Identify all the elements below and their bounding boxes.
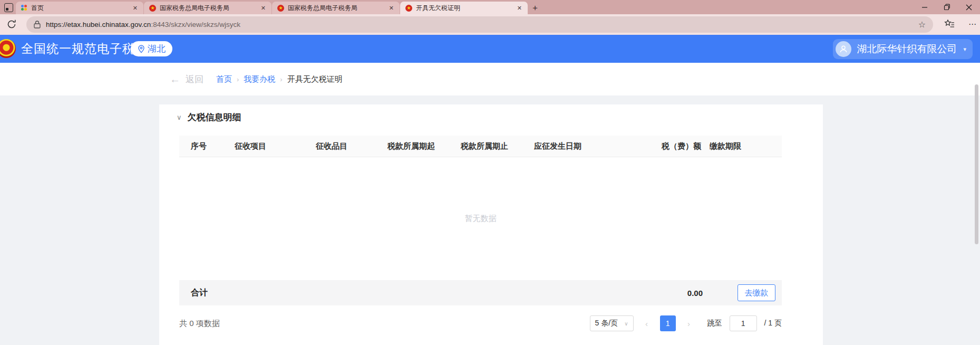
emblem-favicon: ★ <box>405 5 412 12</box>
section-title: 欠税信息明细 <box>188 111 241 123</box>
total-value: 0.00 <box>687 280 703 305</box>
url-path-text: :8443/skzx/view/skzs/wjsyck <box>151 21 240 28</box>
location-pin-icon <box>138 45 145 53</box>
go-pay-button[interactable]: 去缴款 <box>738 284 775 301</box>
url-address-field[interactable]: https://etax.hubei.chinatax.gov.cn:8443/… <box>26 16 933 33</box>
collapse-chevron-icon[interactable]: ∨ <box>177 113 182 121</box>
back-button[interactable]: ← 返回 <box>170 63 203 95</box>
content-card: ∨ 欠税信息明细 序号 征收项目 征收品目 税款所属期起 税款所属期止 应征发生… <box>159 104 823 345</box>
emblem-favicon: ★ <box>149 5 156 12</box>
collections-icon[interactable] <box>944 18 956 31</box>
restore-button[interactable] <box>936 0 958 14</box>
next-page-button[interactable]: › <box>683 315 695 331</box>
minimize-button[interactable] <box>914 0 936 14</box>
prev-page-button[interactable]: ‹ <box>641 315 653 331</box>
vertical-scrollbar[interactable] <box>975 84 978 244</box>
empty-state-text: 暂无数据 <box>465 214 497 224</box>
lock-icon <box>34 21 41 28</box>
tab-close-icon[interactable]: ✕ <box>259 5 267 12</box>
breadcrumb-tax-link[interactable]: 我要办税 <box>244 74 275 84</box>
table-body: 暂无数据 <box>179 157 782 280</box>
tab-title: 开具无欠税证明 <box>416 4 512 13</box>
breadcrumb-row: ← 返回 首页 › 我要办税 › 开具无欠税证明 <box>0 63 980 95</box>
refresh-button[interactable] <box>6 19 18 31</box>
col-occur-date: 应征发生日期 <box>534 136 581 157</box>
col-seq: 序号 <box>191 136 207 157</box>
col-deadline: 缴款期限 <box>710 136 741 157</box>
table-header-row: 序号 征收项目 征收品目 税款所属期起 税款所属期止 应征发生日期 税（费）额 … <box>179 136 782 157</box>
avatar-icon <box>836 41 851 57</box>
browser-tab-etax-2[interactable]: ★ 国家税务总局电子税务局 ✕ <box>272 2 400 14</box>
tab-close-icon[interactable]: ✕ <box>131 5 139 12</box>
tab-title: 首页 <box>31 4 128 13</box>
bookmark-star-icon[interactable]: ☆ <box>918 20 926 30</box>
col-tax-item: 征收项目 <box>235 136 266 157</box>
browser-url-bar: https://etax.hubei.chinatax.gov.cn:8443/… <box>0 14 980 35</box>
back-arrow-icon: ← <box>170 73 180 85</box>
national-emblem-logo <box>0 39 16 58</box>
tab-close-icon[interactable]: ✕ <box>387 5 395 12</box>
region-badge[interactable]: 湖北 <box>131 41 172 56</box>
pagination-bar: 共 0 项数据 5 条/页 ∨ ‹ 1 › 跳至 / 1 页 <box>179 315 782 332</box>
page-background: ∨ 欠税信息明细 序号 征收项目 征收品目 税款所属期起 税款所属期止 应征发生… <box>0 95 980 345</box>
section-header: ∨ 欠税信息明细 <box>177 110 241 124</box>
total-count-text: 共 0 项数据 <box>179 319 220 329</box>
col-amount: 税（费）额 <box>662 136 701 157</box>
account-menu[interactable]: 湖北际华针织有限公司 ▾ <box>833 39 973 59</box>
browser-tab-home[interactable]: 首页 ✕ <box>16 2 143 14</box>
jump-page-input[interactable] <box>730 315 757 331</box>
url-host-text: https://etax.hubei.chinatax.gov.cn <box>46 21 151 28</box>
back-label: 返回 <box>186 73 203 85</box>
tab-title: 国家税务总局电子税务局 <box>160 4 256 13</box>
window-controls <box>914 0 980 14</box>
new-tab-button[interactable]: ＋ <box>528 2 542 14</box>
colorful-favicon <box>21 5 27 11</box>
company-name: 湖北际华针织有限公司 <box>857 42 957 56</box>
breadcrumb-separator: › <box>280 75 282 83</box>
tab-close-icon[interactable]: ✕ <box>516 5 523 12</box>
col-period-end: 税款所属期止 <box>461 136 508 157</box>
region-label: 湖北 <box>148 43 166 55</box>
browser-tab-active-certificate[interactable]: ★ 开具无欠税证明 ✕ <box>400 2 528 14</box>
breadcrumb: 首页 › 我要办税 › 开具无欠税证明 <box>216 63 343 95</box>
table-total-row: 合计 0.00 去缴款 <box>179 280 782 305</box>
total-label: 合计 <box>191 280 208 305</box>
select-caret-icon: ∨ <box>624 321 628 327</box>
browser-tab-bar: 首页 ✕ ★ 国家税务总局电子税务局 ✕ ★ 国家税务总局电子税务局 ✕ ★ 开… <box>0 0 980 14</box>
col-tax-subitem: 征收品目 <box>316 136 347 157</box>
page-size-select[interactable]: 5 条/页 ∨ <box>590 315 634 331</box>
page-1-button[interactable]: 1 <box>660 315 676 331</box>
pagination-controls: 5 条/页 ∨ ‹ 1 › 跳至 / 1 页 <box>590 315 782 331</box>
breadcrumb-home-link[interactable]: 首页 <box>216 74 232 84</box>
col-period-start: 税款所属期起 <box>387 136 435 157</box>
total-pages-text: / 1 页 <box>764 319 782 328</box>
jump-to-label: 跳至 <box>707 319 722 328</box>
arrears-table: 序号 征收项目 征收品目 税款所属期起 税款所属期止 应征发生日期 税（费）额 … <box>179 136 782 305</box>
caret-down-icon: ▾ <box>963 46 966 53</box>
tab-actions-icon[interactable] <box>4 3 13 12</box>
page-size-value: 5 条/页 <box>595 319 618 328</box>
etax-header: 全国统一规范电子税务局 湖北 湖北际华针织有限公司 ▾ <box>0 35 980 63</box>
tab-title: 国家税务总局电子税务局 <box>288 4 384 13</box>
emblem-favicon: ★ <box>277 5 284 12</box>
close-window-button[interactable] <box>958 0 980 14</box>
breadcrumb-separator: › <box>237 75 239 83</box>
browser-menu-button[interactable]: ⋯ <box>966 17 979 31</box>
breadcrumb-current: 开具无欠税证明 <box>287 74 343 84</box>
browser-tab-etax-1[interactable]: ★ 国家税务总局电子税务局 ✕ <box>144 2 271 14</box>
